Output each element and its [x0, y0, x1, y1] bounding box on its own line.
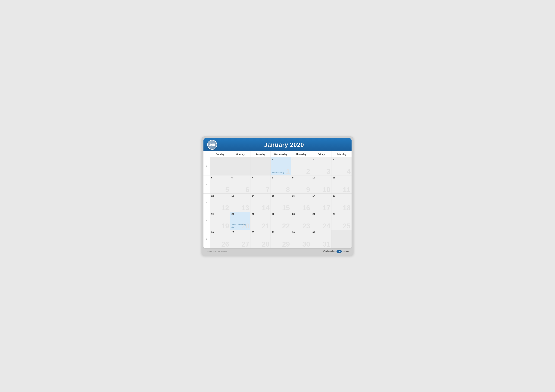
day-number: 4 [333, 158, 350, 161]
day-watermark: 11 [343, 186, 351, 193]
dow-sunday: Sunday [210, 151, 230, 157]
day-number: 14 [252, 195, 269, 197]
day-watermark: 3 [327, 168, 330, 175]
dow-friday: Friday [311, 151, 331, 157]
day-watermark: 15 [282, 204, 290, 211]
day-cell-10: 1010 [311, 175, 331, 194]
dow-saturday: Saturday [331, 151, 351, 157]
dow-tuesday: Tuesday [250, 151, 270, 157]
dow-monday: Monday [230, 151, 250, 157]
day-watermark: 13 [241, 204, 249, 211]
day-cell-26: 2626 [210, 230, 230, 248]
day-number: 20 [232, 213, 249, 215]
week-num-header [204, 151, 210, 157]
day-cell-7: 77 [250, 175, 270, 194]
day-watermark: 25 [343, 222, 351, 229]
dow-thursday: Thursday [291, 151, 311, 157]
day-number: 26 [211, 231, 229, 234]
day-cell-17: 1717 [311, 194, 331, 212]
day-watermark: 14 [262, 204, 270, 211]
day-number: 13 [232, 195, 249, 197]
day-number: 30 [292, 231, 310, 234]
day-number: 24 [313, 213, 330, 215]
day-number: 5 [211, 176, 229, 179]
day-cell-8: 88 [270, 175, 291, 194]
day-cell-30: 3030 [291, 230, 311, 248]
day-watermark: 26 [221, 241, 229, 248]
day-cell-15: 1515 [270, 194, 291, 212]
brand-com: com [343, 250, 349, 253]
footer: January 2020 Calendar Calendar-365.com [204, 248, 351, 254]
day-number: 16 [292, 195, 310, 197]
day-number: 23 [292, 213, 310, 215]
day-cell-13: 1313 [230, 194, 250, 212]
day-watermark: 19 [221, 222, 229, 229]
day-cell-empty-0-2 [250, 157, 270, 175]
day-number: 10 [313, 176, 330, 179]
week-num-3: 3 [204, 194, 210, 212]
day-cell-25: 2525 [331, 212, 351, 230]
day-number: 22 [272, 213, 290, 215]
dow-wednesday: Wednesday [270, 151, 291, 157]
footer-brand: Calendar-365.com [323, 250, 349, 253]
day-watermark: 16 [302, 204, 310, 211]
day-cell-5: 55 [210, 175, 230, 194]
page-wrapper: 365 January 2020 Sunday Monday Tuesday W… [202, 136, 353, 256]
day-cell-23: 2323 [291, 212, 311, 230]
day-watermark: 29 [282, 241, 290, 248]
logo-text: 365 [209, 143, 215, 147]
calendar-header: 365 January 2020 [204, 138, 351, 151]
day-watermark: 18 [343, 204, 351, 211]
day-cell-16: 1616 [291, 194, 311, 212]
day-number: 1 [272, 158, 290, 161]
day-watermark: 7 [266, 186, 270, 193]
day-cell-19: 1919 [210, 212, 230, 230]
day-cell-28: 2828 [250, 230, 270, 248]
day-cell-22: 2222 [270, 212, 291, 230]
day-watermark: 17 [323, 204, 330, 211]
day-cell-31: 3131 [311, 230, 331, 248]
day-watermark: 12 [221, 204, 229, 211]
day-number: 2 [292, 158, 310, 161]
day-number: 27 [232, 231, 249, 234]
day-cell-11: 1111 [331, 175, 351, 194]
day-watermark: 10 [323, 186, 330, 193]
calendar-container: 365 January 2020 Sunday Monday Tuesday W… [204, 138, 351, 248]
brand-365: 365 [336, 250, 342, 253]
day-watermark: 9 [306, 186, 310, 193]
day-cell-18: 1818 [331, 194, 351, 212]
day-cell-empty-4-6 [331, 230, 351, 248]
day-number: 11 [333, 176, 350, 179]
day-number: 19 [211, 213, 229, 215]
day-watermark: 27 [241, 241, 249, 248]
logo-badge: 365 [207, 140, 217, 150]
day-number: 6 [232, 176, 249, 179]
calendar-grid: 111New Year's Day22334425566778899101011… [204, 157, 351, 248]
day-watermark: 21 [262, 222, 270, 229]
day-cell-4: 44 [331, 157, 351, 175]
day-cell-9: 99 [291, 175, 311, 194]
week-num-2: 2 [204, 175, 210, 194]
day-watermark: 6 [246, 186, 249, 193]
day-watermark: 23 [302, 222, 310, 229]
day-cell-empty-0-1 [230, 157, 250, 175]
brand-calendar: Calendar- [323, 250, 336, 253]
calendar-title: January 2020 [220, 142, 348, 148]
day-cell-3: 33 [311, 157, 331, 175]
day-watermark: 8 [286, 186, 290, 193]
day-watermark: 28 [262, 241, 270, 248]
day-cell-2: 22 [291, 157, 311, 175]
day-watermark: 22 [282, 222, 290, 229]
week-num-5: 5 [204, 230, 210, 248]
day-cell-24: 2424 [311, 212, 331, 230]
day-number: 29 [272, 231, 290, 234]
day-cell-29: 2929 [270, 230, 291, 248]
day-number: 8 [272, 176, 290, 179]
day-cell-14: 1414 [250, 194, 270, 212]
holiday-label: Martin Luther King Day [232, 224, 249, 228]
day-number: 15 [272, 195, 290, 197]
day-number: 25 [333, 213, 350, 215]
day-number: 28 [252, 231, 269, 234]
day-watermark: 30 [302, 241, 310, 248]
day-watermark: 31 [323, 241, 330, 248]
